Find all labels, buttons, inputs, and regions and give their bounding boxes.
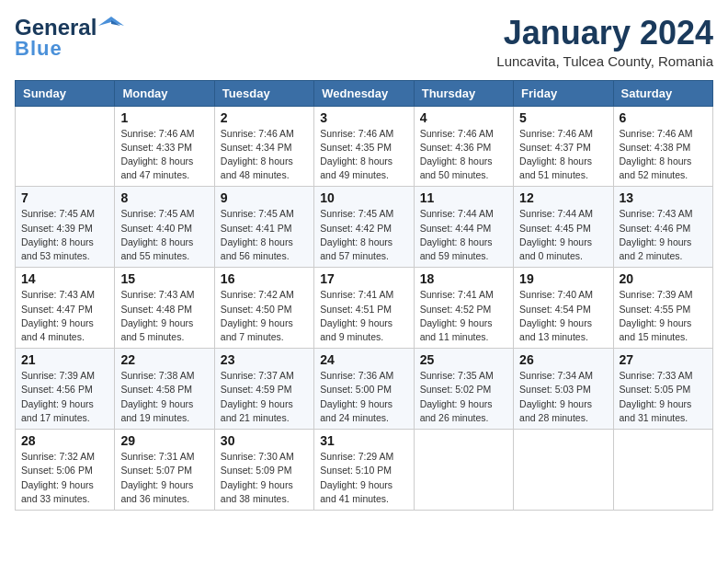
day-number: 4 bbox=[420, 110, 507, 125]
day-number: 24 bbox=[320, 352, 407, 367]
day-number: 22 bbox=[120, 352, 208, 367]
title-block: January 2024 Luncavita, Tulcea County, R… bbox=[496, 15, 713, 69]
calendar-cell: 23Sunrise: 7:37 AMSunset: 4:59 PMDayligh… bbox=[214, 349, 313, 430]
calendar-cell bbox=[613, 430, 712, 511]
day-info: Sunrise: 7:46 AMSunset: 4:36 PMDaylight:… bbox=[420, 127, 507, 183]
day-info: Sunrise: 7:39 AMSunset: 4:56 PMDaylight:… bbox=[21, 369, 108, 425]
day-number: 21 bbox=[21, 352, 108, 367]
day-number: 8 bbox=[120, 190, 208, 205]
weekday-header-tuesday: Tuesday bbox=[214, 80, 313, 106]
calendar-cell: 9Sunrise: 7:45 AMSunset: 4:41 PMDaylight… bbox=[214, 187, 313, 268]
calendar-cell: 20Sunrise: 7:39 AMSunset: 4:55 PMDayligh… bbox=[613, 268, 712, 349]
day-info: Sunrise: 7:33 AMSunset: 5:05 PMDaylight:… bbox=[620, 369, 707, 425]
calendar-cell bbox=[514, 430, 613, 511]
day-info: Sunrise: 7:36 AMSunset: 5:00 PMDaylight:… bbox=[320, 369, 407, 425]
day-info: Sunrise: 7:31 AMSunset: 5:07 PMDaylight:… bbox=[120, 450, 208, 506]
day-info: Sunrise: 7:46 AMSunset: 4:38 PMDaylight:… bbox=[620, 127, 707, 183]
weekday-header-sunday: Sunday bbox=[16, 80, 115, 106]
logo-bird-icon bbox=[98, 13, 124, 39]
day-number: 9 bbox=[221, 190, 308, 205]
week-row-5: 28Sunrise: 7:32 AMSunset: 5:06 PMDayligh… bbox=[16, 430, 713, 511]
day-info: Sunrise: 7:43 AMSunset: 4:48 PMDaylight:… bbox=[120, 288, 208, 344]
weekday-header-thursday: Thursday bbox=[414, 80, 513, 106]
day-number: 16 bbox=[221, 271, 308, 286]
calendar-cell: 4Sunrise: 7:46 AMSunset: 4:36 PMDaylight… bbox=[414, 106, 513, 187]
calendar-cell: 11Sunrise: 7:44 AMSunset: 4:44 PMDayligh… bbox=[414, 187, 513, 268]
day-info: Sunrise: 7:37 AMSunset: 4:59 PMDaylight:… bbox=[221, 369, 308, 425]
day-number: 25 bbox=[420, 352, 507, 367]
calendar-cell: 17Sunrise: 7:41 AMSunset: 4:51 PMDayligh… bbox=[314, 268, 414, 349]
day-number: 29 bbox=[120, 433, 208, 448]
day-number: 11 bbox=[420, 190, 507, 205]
calendar-cell: 29Sunrise: 7:31 AMSunset: 5:07 PMDayligh… bbox=[115, 430, 214, 511]
calendar-cell: 5Sunrise: 7:46 AMSunset: 4:37 PMDaylight… bbox=[514, 106, 613, 187]
calendar-cell: 21Sunrise: 7:39 AMSunset: 4:56 PMDayligh… bbox=[16, 349, 115, 430]
day-number: 5 bbox=[519, 110, 607, 125]
calendar-cell bbox=[16, 106, 115, 187]
week-row-1: 1Sunrise: 7:46 AMSunset: 4:33 PMDaylight… bbox=[16, 106, 713, 187]
day-info: Sunrise: 7:42 AMSunset: 4:50 PMDaylight:… bbox=[221, 288, 308, 344]
calendar-table: SundayMondayTuesdayWednesdayThursdayFrid… bbox=[15, 80, 713, 511]
week-row-4: 21Sunrise: 7:39 AMSunset: 4:56 PMDayligh… bbox=[16, 349, 713, 430]
weekday-header-wednesday: Wednesday bbox=[314, 80, 414, 106]
day-info: Sunrise: 7:46 AMSunset: 4:33 PMDaylight:… bbox=[120, 127, 208, 183]
day-info: Sunrise: 7:30 AMSunset: 5:09 PMDaylight:… bbox=[221, 450, 308, 506]
weekday-header-saturday: Saturday bbox=[613, 80, 712, 106]
day-info: Sunrise: 7:41 AMSunset: 4:52 PMDaylight:… bbox=[420, 288, 507, 344]
day-number: 15 bbox=[120, 271, 208, 286]
day-info: Sunrise: 7:44 AMSunset: 4:45 PMDaylight:… bbox=[519, 207, 607, 263]
day-info: Sunrise: 7:29 AMSunset: 5:10 PMDaylight:… bbox=[320, 450, 407, 506]
day-info: Sunrise: 7:34 AMSunset: 5:03 PMDaylight:… bbox=[519, 369, 607, 425]
day-number: 27 bbox=[620, 352, 707, 367]
day-number: 26 bbox=[519, 352, 607, 367]
calendar-cell: 2Sunrise: 7:46 AMSunset: 4:34 PMDaylight… bbox=[214, 106, 313, 187]
day-number: 23 bbox=[221, 352, 308, 367]
day-number: 1 bbox=[120, 110, 208, 125]
day-number: 10 bbox=[320, 190, 407, 205]
weekday-header-row: SundayMondayTuesdayWednesdayThursdayFrid… bbox=[16, 80, 713, 106]
day-number: 7 bbox=[21, 190, 108, 205]
calendar-cell: 25Sunrise: 7:35 AMSunset: 5:02 PMDayligh… bbox=[414, 349, 513, 430]
day-number: 3 bbox=[320, 110, 407, 125]
location-subtitle: Luncavita, Tulcea County, Romania bbox=[496, 53, 713, 69]
day-info: Sunrise: 7:45 AMSunset: 4:39 PMDaylight:… bbox=[21, 207, 108, 263]
calendar-cell: 26Sunrise: 7:34 AMSunset: 5:03 PMDayligh… bbox=[514, 349, 613, 430]
calendar-cell: 3Sunrise: 7:46 AMSunset: 4:35 PMDaylight… bbox=[314, 106, 414, 187]
calendar-cell: 13Sunrise: 7:43 AMSunset: 4:46 PMDayligh… bbox=[613, 187, 712, 268]
day-info: Sunrise: 7:35 AMSunset: 5:02 PMDaylight:… bbox=[420, 369, 507, 425]
calendar-cell: 30Sunrise: 7:30 AMSunset: 5:09 PMDayligh… bbox=[214, 430, 313, 511]
calendar-cell: 18Sunrise: 7:41 AMSunset: 4:52 PMDayligh… bbox=[414, 268, 513, 349]
day-number: 28 bbox=[21, 433, 108, 448]
calendar-cell: 10Sunrise: 7:45 AMSunset: 4:42 PMDayligh… bbox=[314, 187, 414, 268]
day-number: 30 bbox=[221, 433, 308, 448]
calendar-cell: 7Sunrise: 7:45 AMSunset: 4:39 PMDaylight… bbox=[16, 187, 115, 268]
calendar-cell: 16Sunrise: 7:42 AMSunset: 4:50 PMDayligh… bbox=[214, 268, 313, 349]
logo-blue-text: Blue bbox=[15, 37, 63, 61]
day-number: 14 bbox=[21, 271, 108, 286]
day-info: Sunrise: 7:46 AMSunset: 4:35 PMDaylight:… bbox=[320, 127, 407, 183]
day-info: Sunrise: 7:43 AMSunset: 4:47 PMDaylight:… bbox=[21, 288, 108, 344]
day-number: 6 bbox=[620, 110, 707, 125]
calendar-cell: 27Sunrise: 7:33 AMSunset: 5:05 PMDayligh… bbox=[613, 349, 712, 430]
day-info: Sunrise: 7:43 AMSunset: 4:46 PMDaylight:… bbox=[620, 207, 707, 263]
day-info: Sunrise: 7:40 AMSunset: 4:54 PMDaylight:… bbox=[519, 288, 607, 344]
page-header: General Blue January 2024 Luncavita, Tul… bbox=[15, 15, 713, 69]
month-title: January 2024 bbox=[496, 15, 713, 52]
calendar-cell: 22Sunrise: 7:38 AMSunset: 4:58 PMDayligh… bbox=[115, 349, 214, 430]
calendar-cell: 24Sunrise: 7:36 AMSunset: 5:00 PMDayligh… bbox=[314, 349, 414, 430]
calendar-cell: 12Sunrise: 7:44 AMSunset: 4:45 PMDayligh… bbox=[514, 187, 613, 268]
day-number: 31 bbox=[320, 433, 407, 448]
day-info: Sunrise: 7:44 AMSunset: 4:44 PMDaylight:… bbox=[420, 207, 507, 263]
day-info: Sunrise: 7:46 AMSunset: 4:34 PMDaylight:… bbox=[221, 127, 308, 183]
week-row-2: 7Sunrise: 7:45 AMSunset: 4:39 PMDaylight… bbox=[16, 187, 713, 268]
day-number: 2 bbox=[221, 110, 308, 125]
day-number: 20 bbox=[620, 271, 707, 286]
logo: General Blue bbox=[15, 15, 124, 61]
calendar-cell: 15Sunrise: 7:43 AMSunset: 4:48 PMDayligh… bbox=[115, 268, 214, 349]
day-info: Sunrise: 7:45 AMSunset: 4:41 PMDaylight:… bbox=[221, 207, 308, 263]
day-number: 18 bbox=[420, 271, 507, 286]
day-number: 19 bbox=[519, 271, 607, 286]
weekday-header-friday: Friday bbox=[514, 80, 613, 106]
day-info: Sunrise: 7:45 AMSunset: 4:40 PMDaylight:… bbox=[120, 207, 208, 263]
calendar-cell: 28Sunrise: 7:32 AMSunset: 5:06 PMDayligh… bbox=[16, 430, 115, 511]
